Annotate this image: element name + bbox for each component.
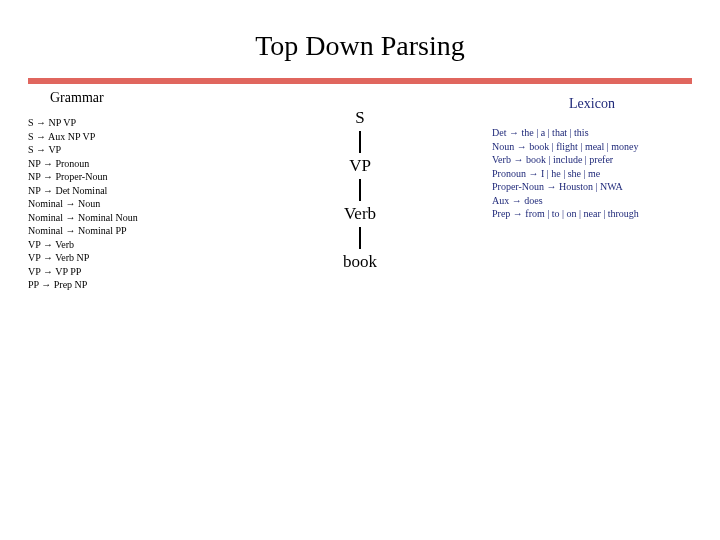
grammar-rule: NP → Det Nominal (28, 184, 228, 198)
grammar-rule: Nominal → Nominal Noun (28, 211, 228, 225)
lexicon-rule: Noun → book | flight | meal | money (492, 140, 692, 154)
grammar-heading: Grammar (50, 90, 228, 106)
content-area: Grammar S → NP VP S → Aux NP VP S → VP N… (0, 84, 720, 514)
lexicon-rule: Prep → from | to | on | near | through (492, 207, 692, 221)
grammar-rule: NP → Proper-Noun (28, 170, 228, 184)
tree-node-word: book (343, 252, 377, 272)
tree-edge (359, 179, 360, 201)
grammar-rule: NP → Pronoun (28, 157, 228, 171)
grammar-rule: S → NP VP (28, 116, 228, 130)
lexicon-rules: Det → the | a | that | this Noun → book … (492, 126, 692, 221)
page-title: Top Down Parsing (0, 0, 720, 72)
grammar-rule: PP → Prep NP (28, 278, 228, 292)
lexicon-rule: Aux → does (492, 194, 692, 208)
lexicon-column: Lexicon Det → the | a | that | this Noun… (492, 96, 692, 221)
grammar-rule: S → Aux NP VP (28, 130, 228, 144)
grammar-rule: S → VP (28, 143, 228, 157)
tree-edge (359, 131, 360, 153)
grammar-rule: Nominal → Noun (28, 197, 228, 211)
grammar-rule: VP → Verb NP (28, 251, 228, 265)
tree-edge (359, 227, 360, 249)
lexicon-heading: Lexicon (492, 96, 692, 112)
tree-node-verb: Verb (343, 204, 377, 224)
lexicon-rule: Pronoun → I | he | she | me (492, 167, 692, 181)
grammar-rule: VP → VP PP (28, 265, 228, 279)
lexicon-rule: Verb → book | include | prefer (492, 153, 692, 167)
tree-node-s: S (343, 108, 377, 128)
grammar-column: Grammar S → NP VP S → Aux NP VP S → VP N… (28, 90, 228, 292)
grammar-rule: VP → Verb (28, 238, 228, 252)
parse-tree: S VP Verb book (343, 108, 377, 272)
tree-node-vp: VP (343, 156, 377, 176)
grammar-rule: Nominal → Nominal PP (28, 224, 228, 238)
grammar-rules: S → NP VP S → Aux NP VP S → VP NP → Pron… (28, 116, 228, 292)
lexicon-rule: Det → the | a | that | this (492, 126, 692, 140)
lexicon-rule: Proper-Noun → Houston | NWA (492, 180, 692, 194)
